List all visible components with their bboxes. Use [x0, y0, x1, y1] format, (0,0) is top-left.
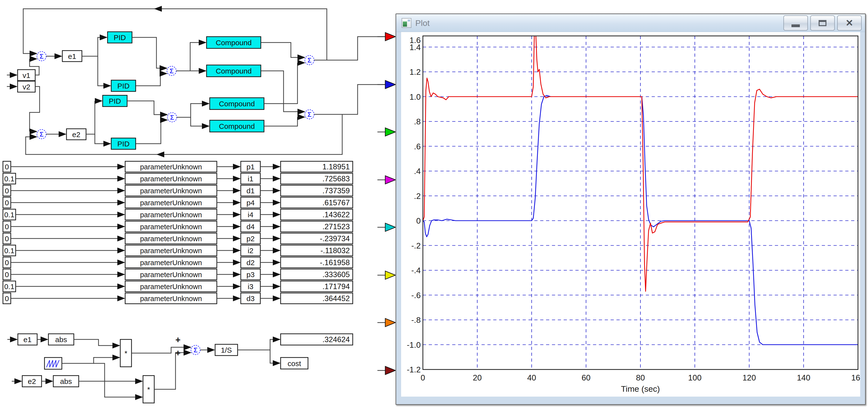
maximize-button[interactable]	[810, 15, 835, 31]
abs-block-2[interactable]: abs	[53, 376, 79, 387]
plot-input-arrow-magenta[interactable]	[385, 176, 396, 184]
value-display-d3[interactable]: .364452	[281, 293, 353, 304]
compound-block-3[interactable]: Compound	[210, 98, 264, 109]
plot-input-arrow-dark-red[interactable]	[385, 366, 396, 375]
variable-block-e1-cost[interactable]: e1	[18, 334, 37, 345]
plot-input-arrow-cyan[interactable]	[385, 223, 396, 231]
constant-block-p2[interactable]: 0	[3, 233, 11, 244]
constant-block-d3[interactable]: 0	[3, 293, 11, 304]
variable-block-e2-cost[interactable]: e2	[22, 376, 41, 387]
x-tick-label: 140	[797, 373, 810, 382]
constant-block-i2[interactable]: 0.1	[3, 245, 16, 256]
plot-input-arrow-blue[interactable]	[385, 81, 396, 89]
constant-block-i1[interactable]: 0.1	[3, 173, 16, 184]
variable-block-d3[interactable]: d3	[241, 293, 260, 304]
parameter-unknown-block-d2[interactable]: parameterUnknown	[125, 257, 217, 268]
variable-block-v2[interactable]: v2	[18, 81, 35, 92]
variable-block-e2[interactable]: e2	[66, 129, 86, 140]
constant-block-i4[interactable]: 0.1	[3, 209, 16, 220]
constant-block-d1[interactable]: 0	[3, 185, 11, 196]
value-display-cost[interactable]: .324624	[281, 334, 353, 345]
variable-block-v1[interactable]: v1	[18, 70, 35, 81]
value-display-d4[interactable]: .271523	[281, 221, 353, 232]
summing-junction-out2[interactable]: Σ	[305, 110, 314, 119]
plot-input-arrow-green[interactable]	[385, 128, 396, 136]
svg-text:.615767: .615767	[322, 198, 350, 207]
parameter-unknown-block-d3[interactable]: parameterUnknown	[125, 293, 217, 304]
summing-junction-cost[interactable]: Σ	[191, 345, 200, 355]
value-display-p3[interactable]: .333605	[281, 269, 353, 280]
pid-block-4[interactable]: PID	[111, 138, 136, 149]
variable-block-cost[interactable]: cost	[281, 357, 308, 369]
value-display-i2[interactable]: -.118032	[281, 245, 353, 256]
constant-block-p3[interactable]: 0	[3, 269, 11, 280]
svg-text:Compound: Compound	[219, 100, 255, 108]
summing-junction-m1[interactable]: Σ	[167, 66, 176, 75]
parameter-unknown-block-p4[interactable]: parameterUnknown	[125, 197, 217, 208]
parameter-unknown-block-i2[interactable]: parameterUnknown	[125, 245, 217, 256]
abs-block-1[interactable]: abs	[49, 334, 74, 345]
integrator-block[interactable]: 1/S	[215, 344, 238, 355]
multiply-block-2[interactable]: *	[143, 376, 154, 403]
parameter-unknown-block-i3[interactable]: parameterUnknown	[125, 281, 217, 292]
plot-input-arrow-orange[interactable]	[385, 318, 396, 327]
variable-block-p3[interactable]: p3	[241, 269, 260, 280]
svg-text:Σ: Σ	[169, 67, 174, 75]
variable-block-i3[interactable]: i3	[241, 281, 260, 292]
plot-input-arrow-red[interactable]	[385, 32, 396, 41]
variable-block-e1[interactable]: e1	[62, 51, 82, 62]
variable-block-i2[interactable]: i2	[241, 245, 260, 256]
constant-block-p4[interactable]: 0	[3, 197, 11, 208]
constant-block-d2[interactable]: 0	[3, 257, 11, 268]
value-display-p2[interactable]: -.239734	[281, 233, 353, 244]
connector-arrow	[233, 283, 241, 289]
minimize-icon	[792, 25, 800, 27]
svg-text:PID: PID	[109, 97, 121, 105]
value-display-p1[interactable]: 1.18951	[281, 161, 353, 172]
parameter-unknown-block-p3[interactable]: parameterUnknown	[125, 269, 217, 280]
compound-block-2[interactable]: Compound	[207, 65, 261, 77]
value-display-d1[interactable]: .737359	[281, 185, 353, 196]
parameter-unknown-block-i1[interactable]: parameterUnknown	[125, 173, 217, 184]
multiply-block-1[interactable]: *	[120, 340, 131, 367]
value-display-i4[interactable]: .143622	[281, 209, 353, 220]
pid-block-1[interactable]: PID	[107, 32, 132, 43]
variable-block-i4[interactable]: i4	[241, 209, 260, 220]
close-button[interactable]: ✕	[837, 15, 862, 31]
parameter-unknown-block-d1[interactable]: parameterUnknown	[125, 185, 217, 196]
plot-input-arrow-yellow[interactable]	[385, 271, 396, 279]
variable-block-p1[interactable]: p1	[241, 161, 260, 172]
summing-junction-m2[interactable]: Σ	[167, 113, 177, 122]
minimize-button[interactable]	[783, 15, 808, 31]
variable-block-p2[interactable]: p2	[241, 233, 260, 244]
plot-window[interactable]: Plot ✕ 1.61.41.21.0.8.6.4.20-.2-.4-.6-.8…	[396, 13, 866, 405]
variable-block-p4[interactable]: p4	[241, 197, 260, 208]
svg-text:Compound: Compound	[219, 122, 255, 130]
value-display-p4[interactable]: .615767	[281, 197, 353, 208]
constant-block-p1[interactable]: 0	[3, 161, 11, 172]
pid-block-3[interactable]: PID	[103, 95, 127, 106]
parameter-unknown-block-d4[interactable]: parameterUnknown	[125, 221, 217, 232]
value-display-i1[interactable]: .725683	[281, 173, 353, 184]
constant-block-d4[interactable]: 0	[3, 221, 11, 232]
plot-window-titlebar[interactable]: Plot ✕	[396, 14, 865, 32]
value-display-i3[interactable]: .171794	[281, 281, 353, 292]
summing-junction-out1[interactable]: Σ	[305, 56, 314, 65]
parameter-unknown-block-i4[interactable]: parameterUnknown	[125, 209, 217, 220]
ramp-block[interactable]	[44, 357, 62, 369]
parameter-unknown-block-p1[interactable]: parameterUnknown	[125, 161, 217, 172]
pid-block-2[interactable]: PID	[111, 80, 136, 91]
variable-block-d2[interactable]: d2	[241, 257, 260, 268]
parameter-unknown-block-p2[interactable]: parameterUnknown	[125, 233, 217, 244]
svg-text:d3: d3	[246, 294, 254, 303]
compound-block-1[interactable]: Compound	[207, 37, 261, 49]
summing-junction-1[interactable]: Σ	[37, 52, 46, 61]
summing-junction-2[interactable]: Σ	[37, 129, 46, 139]
variable-block-i1[interactable]: i1	[241, 173, 260, 184]
compound-block-4[interactable]: Compound	[210, 120, 264, 132]
constant-block-i3[interactable]: 0.1	[3, 281, 16, 292]
connector-arrow	[184, 344, 191, 350]
value-display-d2[interactable]: -.161958	[281, 257, 353, 268]
variable-block-d1[interactable]: d1	[241, 185, 260, 196]
variable-block-d4[interactable]: d4	[241, 221, 260, 232]
